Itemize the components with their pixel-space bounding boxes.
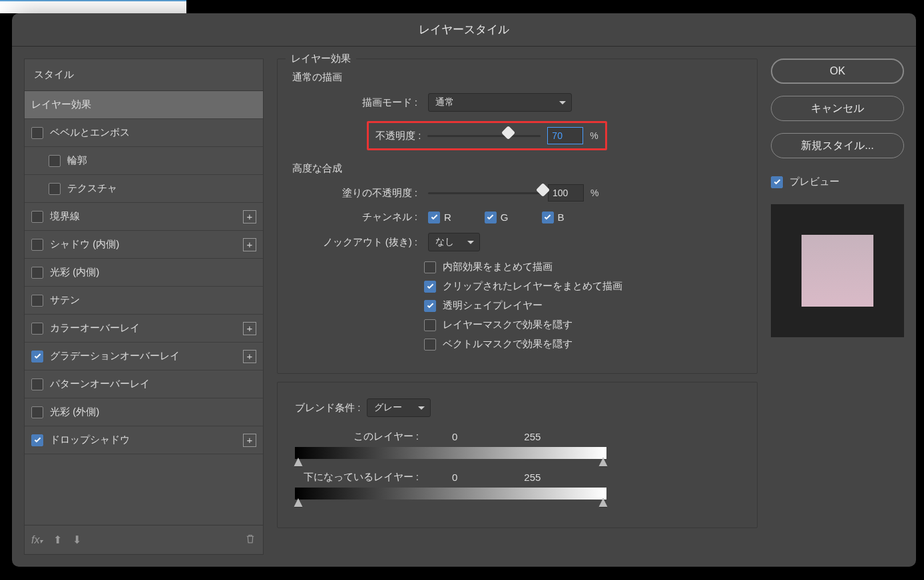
- preview-label: プレビュー: [790, 176, 839, 188]
- under-layer-blend-bar[interactable]: [295, 488, 606, 500]
- add-effect-icon[interactable]: +: [243, 238, 256, 251]
- move-down-icon[interactable]: ⬇: [73, 533, 81, 546]
- style-item-9[interactable]: グラデーションオーバーレイ+: [25, 343, 263, 370]
- advanced-blending-title: 高度な合成: [292, 162, 742, 175]
- style-checkbox[interactable]: [31, 351, 43, 362]
- channel-b-checkbox[interactable]: B: [542, 212, 565, 223]
- percent-label: %: [590, 188, 598, 198]
- style-item-3[interactable]: テクスチャ: [25, 175, 263, 203]
- style-checkbox[interactable]: [49, 183, 61, 195]
- under-high: 255: [524, 472, 541, 483]
- style-checkbox[interactable]: [31, 295, 43, 307]
- style-item-2[interactable]: 輪郭: [25, 147, 263, 175]
- channel-r-checkbox[interactable]: R: [428, 212, 451, 223]
- dialog-title: レイヤースタイル: [12, 13, 916, 47]
- style-item-label: 境界線: [50, 210, 80, 223]
- style-item-label: 光彩 (外側): [50, 406, 99, 418]
- adv-option-label: クリップされたレイヤーをまとめて描画: [443, 280, 622, 293]
- blendif-label: ブレンド条件 :: [295, 402, 360, 414]
- new-style-button[interactable]: 新規スタイル...: [771, 133, 904, 158]
- style-item-6[interactable]: 光彩 (内側): [25, 259, 263, 287]
- style-item-5[interactable]: シャドウ (内側)+: [25, 231, 263, 259]
- knockout-label: ノックアウト (抜き) :: [292, 236, 417, 249]
- style-item-4[interactable]: 境界線+: [25, 203, 263, 231]
- action-buttons-panel: OK キャンセル 新規スタイル... プレビュー: [771, 59, 904, 555]
- style-checkbox[interactable]: [31, 211, 43, 223]
- blend-if-group: ブレンド条件 : グレー このレイヤー : 0255 下になっているレイヤー :…: [277, 382, 758, 528]
- adv-checkbox[interactable]: [424, 339, 436, 351]
- this-high: 255: [524, 431, 541, 442]
- trash-icon[interactable]: [244, 533, 256, 547]
- style-item-label: ドロップシャドウ: [50, 434, 130, 446]
- layer-style-dialog: レイヤースタイル スタイル レイヤー効果ベベルとエンボス輪郭テクスチャ境界線+シ…: [12, 13, 916, 567]
- cancel-button[interactable]: キャンセル: [771, 96, 904, 121]
- adv-checkbox[interactable]: [424, 319, 436, 331]
- style-item-label: パターンオーバーレイ: [50, 378, 150, 390]
- style-checkbox[interactable]: [31, 127, 43, 139]
- style-item-10[interactable]: パターンオーバーレイ: [25, 370, 263, 398]
- style-checkbox[interactable]: [31, 323, 43, 335]
- adv-option-4[interactable]: ベクトルマスクで効果を隠す: [424, 338, 742, 351]
- style-item-label: グラデーションオーバーレイ: [50, 350, 180, 362]
- style-item-label: 輪郭: [67, 154, 87, 167]
- blendif-dropdown[interactable]: グレー: [367, 398, 431, 417]
- style-item-8[interactable]: カラーオーバーレイ+: [25, 315, 263, 343]
- style-item-label: サテン: [50, 294, 80, 307]
- fill-opacity-input[interactable]: [548, 184, 584, 202]
- add-effect-icon[interactable]: +: [243, 434, 256, 447]
- adv-option-3[interactable]: レイヤーマスクで効果を隠す: [424, 319, 742, 331]
- style-checkbox[interactable]: [31, 406, 43, 418]
- style-item-12[interactable]: ドロップシャドウ+: [25, 426, 263, 454]
- this-layer-label: このレイヤー :: [292, 430, 419, 443]
- adv-option-label: 透明シェイプレイヤー: [443, 299, 543, 312]
- adv-option-1[interactable]: クリップされたレイヤーをまとめて描画: [424, 280, 742, 293]
- style-checkbox[interactable]: [49, 155, 61, 167]
- opacity-highlight: 不透明度 : %: [367, 121, 607, 150]
- style-item-label: 光彩 (内側): [50, 266, 99, 279]
- style-checkbox[interactable]: [31, 267, 43, 279]
- channel-g-checkbox[interactable]: G: [485, 212, 509, 223]
- style-item-label: シャドウ (内側): [50, 238, 119, 251]
- preview-checkbox[interactable]: [771, 176, 783, 188]
- adv-option-2[interactable]: 透明シェイプレイヤー: [424, 299, 742, 312]
- percent-label: %: [590, 130, 598, 141]
- fill-opacity-slider[interactable]: [428, 187, 541, 199]
- adv-checkbox[interactable]: [424, 281, 436, 293]
- adv-option-label: レイヤーマスクで効果を隠す: [443, 319, 573, 331]
- adv-option-label: 内部効果をまとめて描画: [443, 261, 553, 273]
- preview-swatch: [802, 235, 873, 307]
- adv-option-0[interactable]: 内部効果をまとめて描画: [424, 261, 742, 273]
- group-title-effects: レイヤー効果: [286, 53, 356, 65]
- under-layer-label: 下になっているレイヤー :: [292, 471, 419, 484]
- style-item-label: レイヤー効果: [31, 98, 91, 111]
- this-low: 0: [452, 431, 457, 442]
- under-low: 0: [452, 472, 457, 483]
- adv-checkbox[interactable]: [424, 261, 436, 273]
- style-checkbox[interactable]: [31, 239, 43, 251]
- style-item-11[interactable]: 光彩 (外側): [25, 398, 263, 426]
- style-checkbox[interactable]: [31, 378, 43, 390]
- this-layer-blend-bar[interactable]: [295, 447, 606, 459]
- layer-effects-group: レイヤー効果 通常の描画 描画モード : 通常 不透明度 : %: [277, 59, 758, 374]
- style-item-label: テクスチャ: [67, 182, 117, 195]
- add-effect-icon[interactable]: +: [243, 210, 256, 223]
- blend-mode-dropdown[interactable]: 通常: [428, 93, 572, 112]
- style-checkbox[interactable]: [31, 434, 43, 446]
- styles-sidebar: スタイル レイヤー効果ベベルとエンボス輪郭テクスチャ境界線+シャドウ (内側)+…: [24, 59, 264, 555]
- style-item-1[interactable]: ベベルとエンボス: [25, 119, 263, 147]
- style-item-7[interactable]: サテン: [25, 287, 263, 315]
- opacity-label: 不透明度 :: [375, 130, 421, 142]
- fx-menu-icon[interactable]: fx▾: [31, 534, 43, 546]
- add-effect-icon[interactable]: +: [243, 350, 256, 363]
- add-effect-icon[interactable]: +: [243, 322, 256, 335]
- opacity-input[interactable]: [547, 127, 583, 144]
- adv-checkbox[interactable]: [424, 300, 436, 312]
- style-item-0[interactable]: レイヤー効果: [25, 91, 263, 119]
- preview-swatch-box: [771, 204, 904, 337]
- options-panel: レイヤー効果 通常の描画 描画モード : 通常 不透明度 : %: [277, 59, 758, 555]
- move-up-icon[interactable]: ⬆: [53, 533, 62, 546]
- opacity-slider[interactable]: [427, 130, 541, 142]
- channels-label: チャンネル :: [292, 211, 417, 223]
- ok-button[interactable]: OK: [771, 59, 904, 84]
- knockout-dropdown[interactable]: なし: [428, 233, 480, 251]
